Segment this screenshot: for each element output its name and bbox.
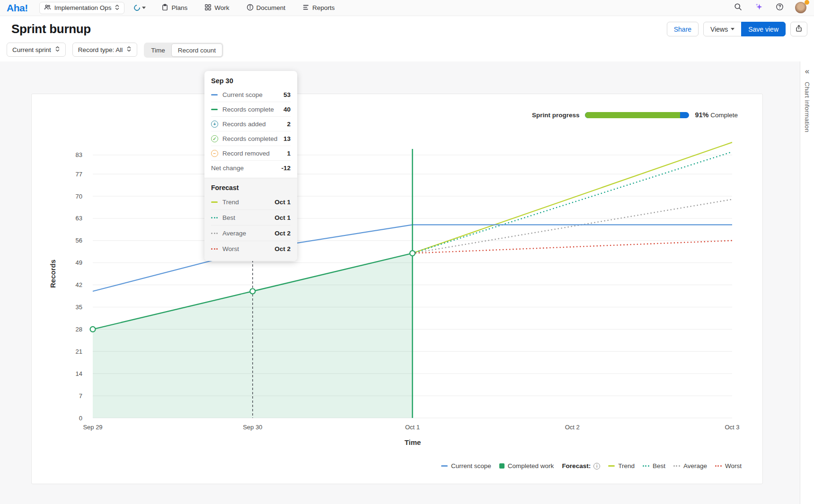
svg-text:Oct 1: Oct 1 <box>405 424 420 431</box>
search-button[interactable] <box>730 0 746 16</box>
grid-icon <box>204 4 212 12</box>
toggle-time[interactable]: Time <box>145 43 171 57</box>
svg-text:28: 28 <box>76 326 82 333</box>
export-button[interactable] <box>790 22 807 36</box>
tooltip-row-records-added: + Records added 2 <box>211 116 291 131</box>
aha-logo[interactable]: Aha! <box>7 2 28 14</box>
legend-worst[interactable]: Worst <box>715 462 742 469</box>
search-icon <box>734 3 742 13</box>
tooltip-row-record-removed: − Record removed 1 <box>211 146 291 160</box>
svg-text:42: 42 <box>76 281 82 288</box>
chart-information-label: Chart information <box>804 82 811 132</box>
sprint-progress-label: Sprint progress <box>532 112 580 119</box>
svg-text:56: 56 <box>76 237 82 244</box>
axis-mode-toggle: Time Record count <box>144 43 223 58</box>
nav-label-plans: Plans <box>171 4 187 11</box>
square-swatch-icon <box>499 463 504 469</box>
svg-text:21: 21 <box>76 348 82 355</box>
tooltip-row-current-scope: Current scope 53 <box>211 87 291 102</box>
views-save-group: Views Save view <box>703 22 786 36</box>
y-axis-title: Records <box>49 260 57 288</box>
burnup-chart[interactable]: 071421283542495663707783Sep 29Sep 30Oct … <box>32 94 763 485</box>
legend-completed-work[interactable]: Completed work <box>499 462 554 469</box>
dots-swatch-icon <box>673 465 680 467</box>
svg-text:83: 83 <box>76 151 82 158</box>
sparkles-icon <box>754 2 763 13</box>
clipboard-icon <box>161 4 168 12</box>
workspace-name: Implementation Ops <box>54 4 112 11</box>
workspace-line-menu[interactable] <box>134 5 146 11</box>
legend-forecast-header: Forecast: i <box>562 462 600 469</box>
info-icon[interactable]: i <box>593 463 600 469</box>
nav-label-reports: Reports <box>312 4 335 11</box>
export-icon <box>795 25 803 34</box>
chart-tooltip: Sep 30 Current scope 53 Records complete… <box>204 71 297 261</box>
user-avatar[interactable] <box>795 2 807 14</box>
nav-label-work: Work <box>214 4 229 11</box>
filter-row: Current sprint Record type: All Time Rec… <box>0 41 814 61</box>
report-lines-icon <box>302 4 310 12</box>
line-swatch-icon <box>211 201 219 203</box>
workspace-switcher[interactable]: Implementation Ops <box>39 2 125 14</box>
page-title: Sprint burnup <box>11 22 91 36</box>
info-circle-icon <box>247 4 254 12</box>
svg-text:70: 70 <box>76 193 82 200</box>
svg-text:14: 14 <box>76 370 82 377</box>
progress-percent: 91% Complete <box>695 111 738 119</box>
record-type-filter-dropdown[interactable]: Record type: All <box>72 43 138 57</box>
svg-text:Sep 30: Sep 30 <box>243 424 262 431</box>
dots-swatch-icon <box>643 465 649 467</box>
tooltip-row-trend: Trend Oct 1 <box>211 194 291 209</box>
svg-text:63: 63 <box>76 215 82 222</box>
views-label: Views <box>710 26 728 33</box>
chart-information-panel-toggle[interactable]: « Chart information <box>800 61 814 504</box>
dots-swatch-icon <box>211 217 219 218</box>
chevron-down-icon <box>142 7 146 9</box>
chevrons-up-down-icon <box>55 46 60 53</box>
tooltip-row-net-change: Net change -12 <box>211 160 291 175</box>
people-icon <box>44 4 51 12</box>
views-button[interactable]: Views <box>703 22 742 36</box>
ai-assistant-button[interactable] <box>751 0 767 16</box>
toggle-record-count[interactable]: Record count <box>171 43 222 57</box>
svg-text:Sep 29: Sep 29 <box>83 424 102 431</box>
record-type-filter-label: Record type: All <box>78 46 123 53</box>
nav-item-plans[interactable]: Plans <box>155 0 194 16</box>
legend-best[interactable]: Best <box>643 462 665 469</box>
save-view-button[interactable]: Save view <box>741 22 786 36</box>
page-header: Sprint burnup Share Views Save view <box>0 16 814 41</box>
line-swatch-icon <box>211 109 219 110</box>
svg-text:0: 0 <box>79 415 82 422</box>
chart-legend: Current scope Completed work Forecast: i… <box>441 462 742 469</box>
chart-card: 071421283542495663707783Sep 29Sep 30Oct … <box>31 94 763 484</box>
progress-bar <box>585 112 689 118</box>
svg-text:35: 35 <box>76 304 82 311</box>
main-area: 071421283542495663707783Sep 29Sep 30Oct … <box>0 61 814 504</box>
nav-item-work[interactable]: Work <box>198 0 235 16</box>
dots-swatch-icon <box>715 465 722 467</box>
circle-plus-icon: + <box>211 121 219 128</box>
help-button[interactable] <box>771 0 787 16</box>
nav-item-reports[interactable]: Reports <box>296 0 341 16</box>
circle-check-icon: ✓ <box>211 135 219 142</box>
progress-bar-fill <box>585 112 680 118</box>
share-button[interactable]: Share <box>667 22 699 36</box>
tooltip-row-average: Average Oct 2 <box>211 225 291 241</box>
nav-item-document[interactable]: Document <box>240 0 292 16</box>
legend-current-scope[interactable]: Current scope <box>441 462 491 469</box>
svg-text:Oct 2: Oct 2 <box>565 424 580 431</box>
sprint-filter-dropdown[interactable]: Current sprint <box>7 43 66 57</box>
circle-minus-icon: − <box>211 150 219 157</box>
line-swatch-icon <box>211 94 219 96</box>
svg-text:49: 49 <box>76 259 82 266</box>
svg-text:Oct 3: Oct 3 <box>725 424 739 431</box>
chevron-down-icon <box>731 28 734 30</box>
workflow-icon <box>133 3 142 12</box>
legend-average[interactable]: Average <box>673 462 707 469</box>
svg-text:7: 7 <box>79 392 82 400</box>
line-swatch-icon <box>441 465 448 467</box>
legend-trend[interactable]: Trend <box>608 462 635 469</box>
tooltip-row-best: Best Oct 1 <box>211 209 291 225</box>
tooltip-date: Sep 30 <box>204 71 297 87</box>
notification-dot <box>805 0 809 5</box>
